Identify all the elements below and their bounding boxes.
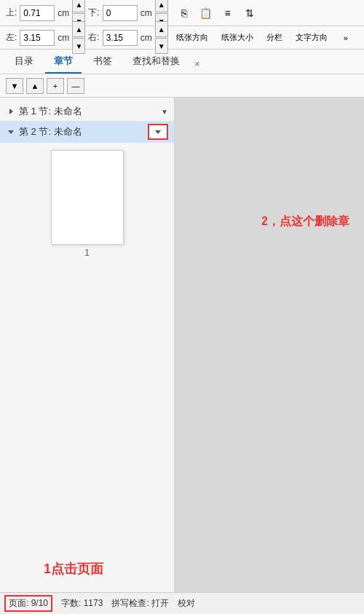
tab-toc[interactable]: 目录 — [6, 50, 42, 74]
tabs-row: 目录 章节 书签 查找和替换 × — [0, 50, 364, 74]
page-thumbnails: 1 — [0, 143, 174, 265]
top-up-btn[interactable]: ▲ — [72, 0, 85, 12]
nav-buttons-row: ▼ ▲ + — — [0, 74, 364, 98]
left-margin-group: cm ▲ ▼ — [20, 21, 85, 54]
right-unit: cm — [141, 33, 152, 43]
text-direction-btn[interactable]: 文字方向 — [290, 28, 333, 48]
left-up-btn[interactable]: ▲ — [72, 21, 85, 37]
right-panel[interactable]: 2，点这个删除章 — [175, 98, 364, 592]
columns-btn[interactable]: 分栏 — [261, 28, 288, 48]
status-pages: 页面: 9/10 — [4, 595, 52, 612]
bottom-unit: cm — [141, 8, 152, 18]
chapter-2-label: 第 2 节: 未命名 — [19, 125, 145, 138]
chapter-1-item[interactable]: 第 1 节: 未命名 ▼ — [0, 102, 174, 121]
left-label: 左: — [6, 31, 17, 44]
tab-bookmarks[interactable]: 书签 — [84, 50, 121, 74]
tab-chapters[interactable]: 章节 — [45, 50, 82, 74]
chapter-1-label: 第 1 节: 未命名 — [19, 105, 158, 118]
paper-direction-btn[interactable]: 纸张方向 — [171, 28, 213, 48]
tab-find-replace[interactable]: 查找和替换 — [124, 50, 189, 74]
copy-icon-btn[interactable]: ⎘ — [174, 3, 194, 23]
bottom-margin-input[interactable] — [103, 5, 138, 21]
top-margin-input[interactable] — [20, 5, 55, 21]
more-btn[interactable]: » — [336, 28, 356, 48]
chapter-1-expand-icon — [6, 106, 16, 117]
status-word-count: 字数: 1173 — [61, 597, 103, 610]
toolbar-second: 左: cm ▲ ▼ 右: cm ▲ ▼ 纸张方向 纸张大小 分栏 文字方向 » — [0, 26, 364, 50]
bottom-label: 下: — [88, 7, 99, 19]
chapter-2-dropdown-icon — [155, 130, 161, 134]
main-content: 第 1 节: 未命名 ▼ 第 2 节: 未命名 1 2，点这个删除章 — [0, 98, 364, 592]
top-unit: cm — [58, 8, 69, 18]
annotation-delete-chapter: 2，点这个删除章 — [261, 214, 349, 229]
status-spell-check: 拼写检查: 打开 — [111, 597, 169, 610]
right-label: 右: — [88, 31, 99, 44]
page-number-1: 1 — [15, 248, 159, 258]
chapter-2-expand-icon — [6, 127, 16, 137]
left-panel: 第 1 节: 未命名 ▼ 第 2 节: 未命名 1 — [0, 98, 175, 592]
nav-up-btn[interactable]: ▲ — [26, 78, 44, 94]
bottom-up-btn[interactable]: ▲ — [155, 0, 168, 12]
left-margin-input[interactable] — [20, 30, 55, 46]
align-icon-btn[interactable]: ≡ — [218, 3, 238, 23]
top-label: 上: — [6, 7, 17, 19]
right-margin-group: cm ▲ ▼ — [103, 21, 168, 54]
nav-minus-btn[interactable]: — — [67, 78, 84, 94]
right-up-btn[interactable]: ▲ — [155, 21, 168, 37]
right-margin-input[interactable] — [103, 30, 138, 46]
paste-icon-btn[interactable]: 📋 — [196, 3, 216, 23]
tab-close-btn[interactable]: × — [191, 54, 203, 74]
page-thumbnail-1[interactable] — [51, 150, 124, 245]
chapter-1-dropdown-arrow: ▼ — [161, 108, 168, 116]
annotation-click-page: 1点击页面 — [44, 560, 103, 578]
status-correction: 校对 — [178, 597, 195, 610]
nav-down-btn[interactable]: ▼ — [6, 78, 23, 94]
chapter-2-delete-btn[interactable] — [148, 124, 168, 140]
paper-size-btn[interactable]: 纸张大小 — [216, 28, 258, 48]
nav-add-btn[interactable]: + — [47, 78, 64, 94]
chapter-2-item[interactable]: 第 2 节: 未命名 — [0, 121, 174, 143]
left-unit: cm — [58, 33, 69, 43]
status-bar: 页面: 9/10 字数: 1173 拼写检查: 打开 校对 — [0, 592, 364, 614]
sort-icon-btn[interactable]: ⇅ — [240, 3, 260, 23]
